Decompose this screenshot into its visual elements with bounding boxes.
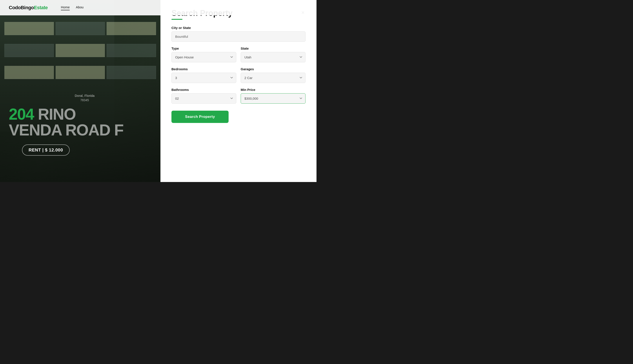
search-panel: Search Property × City or State Type Ope… bbox=[160, 0, 316, 182]
logo-black: CodoBingo bbox=[9, 5, 34, 10]
bathrooms-label: Bathrooms bbox=[171, 88, 236, 92]
minprice-label: Min Price bbox=[241, 88, 306, 92]
bathrooms-group: Bathrooms 01 02 03 04 bbox=[171, 88, 236, 104]
bedrooms-select[interactable]: 1 2 3 4 5+ bbox=[171, 73, 236, 83]
hero-number: 204 bbox=[9, 106, 34, 123]
garages-col: Garages 1 Car 2 Car 3 Car None bbox=[241, 67, 306, 88]
state-group: State Utah Florida California New York T… bbox=[241, 46, 306, 62]
minprice-group: Min Price $100,000 $200,000 $300,000 $40… bbox=[241, 88, 306, 104]
type-label: Type bbox=[171, 46, 236, 50]
bedrooms-group: Bedrooms 1 2 3 4 5+ bbox=[171, 67, 236, 83]
hero-zip: 78345 bbox=[9, 98, 160, 102]
garages-select[interactable]: 1 Car 2 Car 3 Car None bbox=[241, 73, 306, 83]
type-select[interactable]: Open House For Sale For Rent Commercial bbox=[171, 52, 236, 62]
type-state-row: Type Open House For Sale For Rent Commer… bbox=[171, 46, 306, 67]
city-label: City or State bbox=[171, 26, 306, 30]
nav-about[interactable]: Abou bbox=[76, 5, 84, 10]
minprice-col: Min Price $100,000 $200,000 $300,000 $40… bbox=[241, 88, 306, 108]
hero-content: Doral, Florida 78345 204 RINOVENDA ROAD … bbox=[9, 94, 160, 156]
state-select[interactable]: Utah Florida California New York Texas bbox=[241, 52, 306, 62]
bathrooms-select[interactable]: 01 02 03 04 bbox=[171, 93, 236, 104]
bedrooms-label: Bedrooms bbox=[171, 67, 236, 71]
navbar: CodoBingoEstate Home Abou bbox=[0, 0, 316, 15]
baths-price-row: Bathrooms 01 02 03 04 Min Price $100,000… bbox=[171, 88, 306, 108]
logo-green: Estate bbox=[34, 5, 48, 10]
type-group: Type Open House For Sale For Rent Commer… bbox=[171, 46, 236, 62]
minprice-select[interactable]: $100,000 $200,000 $300,000 $400,000 $500… bbox=[241, 93, 306, 104]
city-input[interactable] bbox=[171, 32, 306, 42]
city-state-group: City or State bbox=[171, 26, 306, 42]
type-col: Type Open House For Sale For Rent Commer… bbox=[171, 46, 236, 67]
state-col: State Utah Florida California New York T… bbox=[241, 46, 306, 67]
hero-location: Doral, Florida bbox=[9, 94, 160, 98]
rent-badge: RENT | $ 12.000 bbox=[22, 144, 70, 156]
title-underline bbox=[171, 19, 182, 20]
garages-group: Garages 1 Car 2 Car 3 Car None bbox=[241, 67, 306, 83]
bathrooms-col: Bathrooms 01 02 03 04 bbox=[171, 88, 236, 108]
beds-garages-row: Bedrooms 1 2 3 4 5+ Garages 1 Car 2 Car … bbox=[171, 67, 306, 88]
nav-links: Home Abou bbox=[61, 5, 84, 10]
hero-title: 204 RINOVENDA ROAD F bbox=[9, 106, 160, 138]
nav-home[interactable]: Home bbox=[61, 5, 70, 10]
hero-section: Doral, Florida 78345 204 RINOVENDA ROAD … bbox=[0, 0, 160, 182]
bedrooms-col: Bedrooms 1 2 3 4 5+ bbox=[171, 67, 236, 88]
logo: CodoBingoEstate bbox=[9, 5, 48, 10]
garages-label: Garages bbox=[241, 67, 306, 71]
state-label: State bbox=[241, 46, 306, 50]
search-property-button[interactable]: Search Property bbox=[171, 111, 229, 123]
